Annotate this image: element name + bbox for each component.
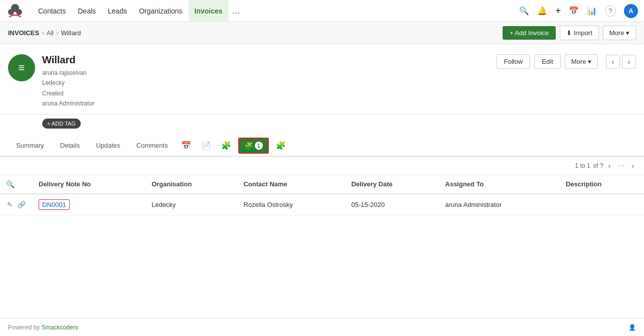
th-organisation: Organisation [145, 175, 237, 194]
table-header: 🔍 Delivery Note No Organisation Contact … [0, 175, 644, 194]
page-next-button[interactable]: › [629, 161, 636, 171]
table-body: ✎ 🔗 DN0001 Ledecky Rozella Ostrosky 05-1… [0, 194, 644, 215]
contact-meta-line4: aruna Administrator [42, 98, 497, 108]
contact-meta-line3: Created [42, 88, 497, 98]
add-invoice-button[interactable]: + Add Invoice [503, 26, 556, 40]
breadcrumb-invoices[interactable]: INVOICES [8, 29, 39, 37]
cell-organisation: Ledecky [145, 194, 237, 215]
tab-puzzle3-icon[interactable]: 🧩 [271, 137, 291, 154]
bell-icon[interactable]: 🔔 [537, 6, 547, 16]
footer-powered-by: Powered by [8, 324, 42, 331]
data-table: 🔍 Delivery Note No Organisation Contact … [0, 175, 644, 215]
follow-button[interactable]: Follow [497, 54, 531, 69]
table-toolbar: 1 to 1 of ? ‹ ⋯ › [0, 157, 644, 175]
pagination-of: of ? [593, 162, 603, 169]
contact-meta: aruna rajaselvan Ledecky Created aruna A… [42, 68, 497, 109]
search-icon[interactable]: 🔍 [519, 6, 529, 16]
nav-leads[interactable]: Leads [102, 0, 133, 22]
contact-meta-line2: Ledecky [42, 78, 497, 88]
table-row: ✎ 🔗 DN0001 Ledecky Rozella Ostrosky 05-1… [0, 194, 644, 215]
prev-record-button[interactable]: ‹ [606, 55, 620, 69]
tab-puzzle1-icon[interactable]: 🧩 [216, 137, 236, 154]
page-footer: Powered by Smackcoders 👤 [0, 318, 644, 336]
help-icon[interactable]: ? [605, 6, 616, 17]
nav-right-icons: 🔍 🔔 + 📅 📊 ? A [519, 4, 638, 18]
calendar-icon[interactable]: 📅 [569, 6, 579, 16]
cell-contact-name: Rozella Ostrosky [237, 194, 345, 215]
th-search: 🔍 [0, 175, 33, 194]
row-actions: ✎ 🔗 [6, 200, 27, 209]
puzzle3-tab-icon: 🧩 [276, 141, 286, 150]
nav-organizations[interactable]: Organizations [133, 0, 188, 22]
contact-avatar-icon: ≡ [19, 61, 25, 74]
chart-icon[interactable]: 📊 [587, 6, 597, 16]
nav-invoices[interactable]: Invoices [189, 0, 229, 22]
cell-description [560, 194, 644, 215]
contact-meta-line1: aruna rajaselvan [42, 68, 497, 78]
svg-point-2 [16, 9, 22, 15]
contact-header-actions: Follow Edit More ▾ ‹ › [497, 54, 636, 69]
nav-contacts[interactable]: Contacts [32, 0, 72, 22]
plus-icon[interactable]: + [555, 6, 561, 16]
add-tag-button[interactable]: + ADD TAG [42, 119, 81, 129]
breadcrumb-sep1: > [41, 30, 44, 36]
contact-header: ≡ Willard aruna rajaselvan Ledecky Creat… [0, 44, 644, 115]
breadcrumb-bar: INVOICES > All > Willard + Add Invoice ⬇… [0, 22, 644, 44]
th-description: Description [560, 175, 644, 194]
add-tag-area: + ADD TAG [0, 115, 644, 136]
row-edit-button[interactable]: ✎ [6, 200, 14, 209]
pagination-range: 1 to 1 [575, 162, 590, 169]
svg-point-1 [8, 9, 14, 15]
next-record-button[interactable]: › [622, 55, 636, 69]
contact-info: Willard aruna rajaselvan Ledecky Created… [42, 54, 497, 109]
cell-delivery-note-no: DN0001 [33, 194, 145, 215]
calendar-tab-icon: 📅 [181, 141, 191, 150]
tab-comments[interactable]: Comments [128, 137, 176, 155]
th-delivery-date: Delivery Date [345, 175, 439, 194]
table-search-icon[interactable]: 🔍 [6, 180, 15, 188]
pagination-info: 1 to 1 of ? ‹ ⋯ › [575, 161, 636, 171]
breadcrumb: INVOICES > All > Willard [8, 29, 81, 37]
breadcrumb-current: Willard [61, 29, 81, 37]
row-link-button[interactable]: 🔗 [17, 200, 27, 209]
tab-calendar-icon[interactable]: 📅 [176, 137, 196, 154]
page-dots: ⋯ [615, 161, 626, 171]
edit-button[interactable]: Edit [534, 54, 560, 69]
contact-avatar: ≡ [8, 54, 35, 81]
row-actions-cell: ✎ 🔗 [0, 194, 33, 215]
tab-doc-icon[interactable]: 📄 [196, 137, 216, 154]
nav-links: Contacts Deals Leads Organizations Invoi… [32, 0, 519, 22]
breadcrumb-all[interactable]: All [47, 29, 54, 37]
top-navigation: Contacts Deals Leads Organizations Invoi… [0, 0, 644, 22]
plugin-badge: 1 [255, 142, 263, 150]
nav-arrows: ‹ › [606, 55, 636, 69]
import-button[interactable]: ⬇ Import [560, 26, 598, 40]
app-logo[interactable] [6, 2, 24, 20]
nav-more-dots[interactable]: ... [229, 0, 244, 22]
page-prev-button[interactable]: ‹ [606, 161, 613, 171]
doc-tab-icon: 📄 [201, 141, 211, 150]
footer-text: Powered by Smackcoders [8, 324, 78, 331]
footer-brand-link[interactable]: Smackcoders [42, 324, 78, 331]
tab-details[interactable]: Details [52, 137, 88, 155]
tab-plugin-active[interactable]: 🧩 1 [238, 138, 269, 154]
cell-delivery-date: 05-15-2020 [345, 194, 439, 215]
more-contact-button[interactable]: More ▾ [565, 54, 598, 69]
table-section: 1 to 1 of ? ‹ ⋯ › 🔍 Delivery Note No Org… [0, 157, 644, 215]
breadcrumb-actions: + Add Invoice ⬇ Import More ▾ [503, 26, 636, 40]
delivery-note-link[interactable]: DN0001 [39, 199, 70, 210]
th-contact-name: Contact Name [237, 175, 345, 194]
breadcrumb-sep2: > [56, 30, 59, 36]
more-button[interactable]: More ▾ [603, 26, 636, 40]
plugin-puzzle-icon: 🧩 [244, 142, 253, 150]
tab-updates[interactable]: Updates [88, 137, 128, 155]
th-assigned-to: Assigned To [439, 175, 560, 194]
puzzle1-tab-icon: 🧩 [221, 141, 231, 150]
footer-icon: 👤 [628, 324, 636, 331]
th-delivery-note-no: Delivery Note No [33, 175, 145, 194]
nav-deals[interactable]: Deals [72, 0, 102, 22]
tabs-bar: Summary Details Updates Comments 📅 📄 🧩 🧩… [0, 136, 644, 157]
tab-summary[interactable]: Summary [8, 137, 52, 155]
cell-assigned-to: aruna Administrator [439, 194, 560, 215]
user-avatar[interactable]: A [624, 4, 638, 18]
